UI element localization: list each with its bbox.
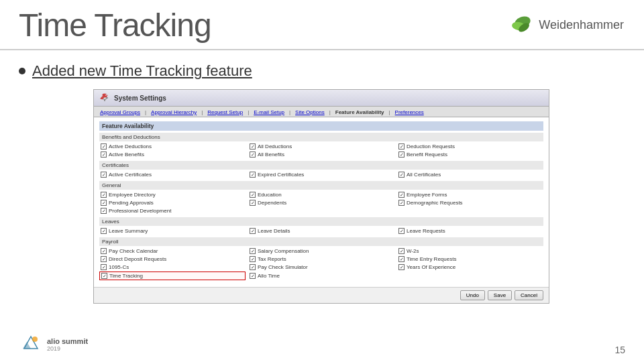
svg-point-9 — [32, 337, 38, 342]
cb-employee-dir[interactable] — [101, 192, 107, 198]
cb-dependents[interactable] — [250, 200, 256, 206]
feature-professional-dev: Professional Development — [99, 207, 246, 215]
cb-education[interactable] — [250, 192, 256, 198]
feature-salary-comp: Salary Compensation — [248, 247, 394, 255]
weidenhammer-icon — [508, 13, 533, 38]
feature-all-certs: All Certificates — [397, 171, 543, 178]
page-title: Time Tracking — [19, 7, 211, 44]
feature-leave-summary: Leave Summary — [99, 227, 246, 235]
cb-paycheck-calendar[interactable] — [101, 248, 107, 254]
cb-direct-deposit[interactable] — [101, 256, 107, 262]
feature-employer-forms: Employee Forms — [397, 191, 543, 198]
tab-preferences[interactable]: Preferences — [392, 108, 427, 117]
main-content: Added new Time Tracking feature System S… — [0, 50, 644, 310]
cb-demographic-requests[interactable] — [398, 200, 405, 206]
general-grid: Employee Directory Education Employee Fo… — [99, 191, 543, 215]
cb-time-tracking[interactable] — [101, 273, 107, 279]
section-certificates: Certificates — [99, 161, 543, 170]
bullet-dot — [19, 68, 25, 74]
cb-all-deductions[interactable] — [250, 143, 256, 149]
feature-education: Education — [248, 191, 394, 198]
cb-expired-certs[interactable] — [250, 172, 256, 178]
feature-deduction-requests: Deduction Requests — [397, 143, 543, 150]
feature-leave-requests: Leave Requests — [397, 227, 543, 235]
cancel-button[interactable]: Cancel — [515, 290, 543, 300]
feature-time-tracking: Time Tracking — [99, 272, 246, 280]
page-header: Time Tracking Weidenhammer — [0, 0, 644, 50]
cb-professional-dev[interactable] — [101, 208, 107, 214]
cb-leave-requests[interactable] — [398, 228, 405, 234]
cb-paycheck-simulator[interactable] — [250, 264, 256, 270]
benefits-grid: Active Deductions All Deductions Deducti… — [99, 143, 543, 158]
cb-salary-comp[interactable] — [250, 248, 256, 254]
feature-time-entry-requests: Time Entry Requests — [397, 255, 543, 263]
bullet-item: Added new Time Tracking feature — [19, 62, 624, 80]
cb-years-experience[interactable] — [398, 264, 405, 270]
alio-summit-icon — [19, 333, 43, 357]
logo-area: Weidenhammer — [508, 13, 624, 38]
feature-tax-reports: Tax Reports — [248, 255, 394, 263]
feature-benefit-requests: Benefit Requests — [397, 151, 543, 158]
feature-all-deductions: All Deductions — [248, 143, 394, 150]
section-payroll: Payroll — [99, 237, 543, 246]
feature-demographic-requests: Demographic Requests — [397, 199, 543, 206]
feature-pending-approvals: Pending Approvals — [99, 199, 246, 206]
cb-active-deductions[interactable] — [101, 143, 107, 149]
cb-benefit-requests[interactable] — [398, 152, 405, 158]
tab-approval-groups[interactable]: Approval Groups — [97, 108, 144, 117]
cb-time-entry-requests[interactable] — [398, 256, 405, 262]
tab-approval-hierarchy[interactable]: Approval Hierarchy — [148, 108, 200, 117]
settings-icon — [99, 93, 110, 103]
feature-active-deductions: Active Deductions — [99, 143, 246, 150]
feature-all-benefits: All Benefits — [248, 151, 394, 158]
feature-active-benefits: Active Benefits — [99, 151, 246, 158]
save-button[interactable]: Save — [488, 290, 512, 300]
section-general: General — [99, 181, 543, 190]
dialog-titlebar: System Settings — [94, 90, 549, 107]
feature-1095cs: 1095-Cs — [99, 263, 246, 271]
page-number: 15 — [614, 345, 625, 355]
cb-tax-reports[interactable] — [250, 256, 256, 262]
feature-employee-dir: Employee Directory — [99, 191, 246, 198]
cb-active-benefits[interactable] — [101, 152, 107, 158]
cb-active-certs[interactable] — [101, 172, 107, 178]
section-benefits: Benefits and Deductions — [99, 133, 543, 141]
feature-w2s: W-2s — [397, 247, 543, 255]
system-settings-dialog: System Settings Approval Groups | Approv… — [93, 89, 549, 304]
tab-request-setup[interactable]: Request Setup — [204, 108, 246, 117]
cb-all-benefits[interactable] — [250, 152, 256, 158]
cb-1095cs[interactable] — [101, 264, 107, 270]
undo-button[interactable]: Undo — [460, 290, 485, 300]
feature-active-certs: Active Certificates — [99, 171, 246, 178]
svg-marker-8 — [23, 342, 31, 349]
feature-dependents: Dependents — [248, 199, 394, 206]
cb-leave-details[interactable] — [250, 228, 256, 234]
feature-paycheck-simulator: Pay Check Simulator — [248, 263, 394, 271]
certificates-grid: Active Certificates Expired Certificates… — [99, 171, 543, 178]
tab-site-options[interactable]: Site Options — [292, 108, 328, 117]
feature-direct-deposit: Direct Deposit Requests — [99, 255, 246, 263]
feature-leave-details: Leave Details — [248, 227, 394, 235]
tab-feature-availability[interactable]: Feature Availability — [332, 108, 388, 117]
feature-years-experience: Years Of Experience — [397, 263, 543, 271]
footer-brand: alio summit 2019 — [47, 337, 88, 352]
cb-pending-approvals[interactable] — [101, 200, 107, 206]
dialog-body: Feature Availability Benefits and Deduct… — [94, 117, 549, 287]
dialog-tabs: Approval Groups | Approval Hierarchy | R… — [94, 107, 549, 117]
cb-deduction-requests[interactable] — [398, 143, 405, 149]
cb-employer-forms[interactable] — [398, 192, 405, 198]
cb-all-certs[interactable] — [398, 172, 405, 178]
footer-logos: alio summit 2019 — [19, 333, 88, 357]
cb-allo-time[interactable] — [250, 273, 256, 279]
logo-text: Weidenhammer — [539, 18, 624, 32]
tab-email-setup[interactable]: E-mail Setup — [250, 108, 288, 117]
bullet-text: Added new Time Tracking feature — [32, 62, 252, 80]
payroll-grid: Pay Check Calendar Salary Compensation W… — [99, 247, 543, 280]
feature-allo-time: Allo Time — [248, 272, 394, 280]
cb-w2s[interactable] — [398, 248, 405, 254]
feature-paycheck-calendar: Pay Check Calendar — [99, 247, 246, 255]
leaves-grid: Leave Summary Leave Details Leave Reques… — [99, 227, 543, 235]
cb-leave-summary[interactable] — [101, 228, 107, 234]
feature-expired-certs: Expired Certificates — [248, 171, 394, 178]
dialog-footer: Undo Save Cancel — [94, 287, 549, 303]
